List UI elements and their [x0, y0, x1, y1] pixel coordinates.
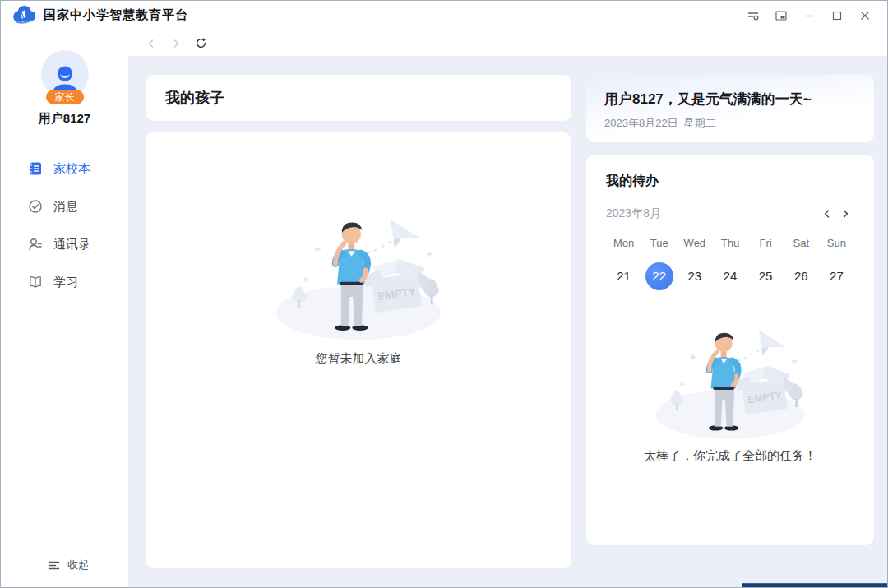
weekday-label: Fri	[748, 234, 784, 252]
sidebar-item-label: 学习	[53, 275, 78, 290]
calendar-date-label: 24	[716, 262, 744, 290]
sidebar-item-label: 消息	[53, 199, 78, 215]
taskbar-edge	[742, 583, 887, 587]
mini-window-icon	[775, 9, 788, 22]
calendar-date-label: 23	[681, 262, 709, 290]
weekday-label: Tue	[641, 234, 677, 252]
chevron-left-icon	[822, 209, 832, 219]
minimize-icon	[803, 10, 815, 21]
todo-empty-state: 太棒了，你完成了全部的任务！	[606, 292, 854, 464]
weekday-label: Sun	[819, 234, 854, 252]
refresh-button[interactable]	[192, 35, 209, 52]
greeting-card: 用户8127，又是元气满满的一天~ 2023年8月22日 星期二	[586, 75, 874, 142]
titlebar: 国家中小学智慧教育平台	[1, 1, 887, 30]
calendar-date[interactable]: 21	[606, 261, 641, 292]
calendar-date-label: 21	[610, 262, 638, 290]
settings-list-icon	[747, 9, 760, 22]
empty-family-illustration	[271, 208, 446, 343]
collapse-menu-icon	[48, 560, 60, 571]
refresh-icon	[195, 37, 207, 49]
calendar-month-row: 2023年8月	[606, 205, 854, 223]
calendar-date[interactable]: 25	[748, 261, 784, 292]
app-title: 国家中小学智慧教育平台	[44, 7, 188, 23]
maximize-icon	[831, 10, 843, 21]
sidebar-item-homework[interactable]: 家校本	[1, 150, 128, 188]
role-badge: 家长	[46, 90, 84, 104]
back-icon	[146, 38, 157, 49]
sidebar-nav: 家校本 消息 通讯录	[1, 150, 128, 301]
check-circle-icon	[28, 199, 43, 214]
prev-month-button[interactable]	[818, 205, 836, 223]
app-window: 国家中小学智慧教育平台	[0, 0, 888, 588]
minimize-button[interactable]	[795, 4, 823, 27]
todo-title: 我的待办	[606, 173, 854, 190]
maximize-button[interactable]	[823, 4, 851, 27]
username: 用户8127	[39, 111, 90, 127]
tasks-done-illustration	[651, 320, 809, 442]
notebook-icon	[28, 161, 43, 176]
greeting-title: 用户8127，又是元气满满的一天~	[604, 90, 856, 109]
todo-card: 我的待办 2023年8月	[586, 155, 874, 545]
empty-state-card: 您暂未加入家庭	[146, 132, 571, 568]
forward-button[interactable]	[168, 35, 184, 52]
sidebar-item-learning[interactable]: 学习	[1, 263, 128, 301]
calendar-month-label: 2023年8月	[606, 206, 818, 221]
sidebar-item-label: 家校本	[53, 161, 90, 177]
next-month-button[interactable]	[836, 205, 854, 223]
sidebar: 家长 用户8127 家校本	[1, 30, 128, 587]
mini-window-button[interactable]	[767, 4, 795, 27]
calendar-date-label: 22	[645, 262, 673, 290]
calendar-date-label: 27	[822, 262, 850, 290]
calendar-date-label: 25	[752, 262, 779, 290]
content-area: 我的孩子 您暂未加入家庭 用户8127，又是元气满满的一天~ 2023年8月22…	[128, 57, 887, 587]
tasks-done-text: 太棒了，你完成了全部的任务！	[644, 448, 816, 464]
sidebar-item-contacts[interactable]: 通讯录	[1, 225, 128, 263]
weekday-label: Thu	[712, 234, 747, 252]
toolbar	[128, 30, 887, 57]
sidebar-item-label: 通讯录	[53, 237, 90, 252]
page-title: 我的孩子	[165, 88, 224, 108]
book-icon	[28, 275, 43, 289]
settings-list-button[interactable]	[739, 4, 767, 27]
back-button[interactable]	[143, 35, 160, 52]
calendar-date[interactable]: 26	[784, 261, 819, 292]
chevron-right-icon	[840, 209, 850, 219]
app-logo-icon	[11, 6, 37, 25]
close-icon	[859, 10, 871, 21]
contacts-icon	[28, 237, 43, 252]
collapse-label: 收起	[67, 558, 89, 572]
calendar-date[interactable]: 27	[819, 261, 854, 292]
weekday-label: Wed	[677, 234, 712, 252]
profile-block: 家长 用户8127	[1, 50, 128, 127]
calendar-date-row: 21 22 23 24 25 26 27	[606, 261, 854, 292]
close-button[interactable]	[851, 4, 879, 27]
sidebar-item-messages[interactable]: 消息	[1, 188, 128, 225]
weekday-label: Mon	[606, 234, 641, 252]
calendar-date[interactable]: 23	[677, 261, 712, 292]
calendar-weekday-row: Mon Tue Wed Thu Fri Sat Sun	[606, 234, 854, 252]
calendar-date[interactable]: 24	[712, 261, 747, 292]
collapse-sidebar-button[interactable]: 收起	[1, 558, 128, 572]
empty-state-text: 您暂未加入家庭	[316, 351, 402, 367]
calendar-date-label: 26	[787, 262, 815, 290]
forward-icon	[170, 38, 182, 49]
my-children-card: 我的孩子	[146, 75, 571, 121]
greeting-date: 2023年8月22日 星期二	[604, 116, 856, 131]
calendar-date-selected[interactable]: 22	[641, 261, 677, 292]
weekday-label: Sat	[784, 234, 819, 252]
